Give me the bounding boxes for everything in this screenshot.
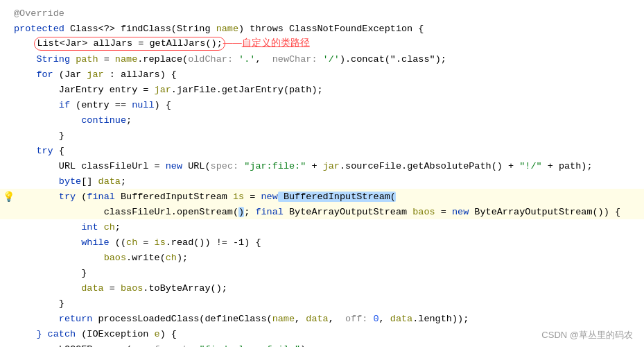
code-line: byte[] data; — [0, 174, 644, 189]
token: spec: — [211, 161, 239, 171]
code-line: List<Jar> allJars = getAllJars();——自定义的类… — [0, 36, 644, 51]
token: = — [137, 237, 154, 248]
line-content: String path = name.replace(oldChar: '.',… — [14, 54, 644, 65]
token: return — [59, 314, 93, 324]
line-content: baos.write(ch); — [14, 253, 644, 263]
line-content: } — [14, 268, 644, 278]
code-line: 💡 try (final BufferedInputStream is = ne… — [0, 189, 644, 204]
line-content: URL classFileUrl = new URL(spec: "jar:fi… — [14, 161, 644, 171]
token: ) { — [160, 329, 177, 339]
code-line: } — [0, 128, 644, 143]
token: , — [137, 344, 154, 348]
token: if — [59, 100, 70, 110]
token: final — [87, 192, 115, 202]
token: off: — [345, 314, 367, 324]
line-content: int ch; — [14, 222, 644, 232]
token: format: — [155, 344, 194, 348]
line-content: return processLoadedClass(defineClass(na… — [14, 314, 644, 324]
token: new — [261, 192, 278, 202]
code-editor: @Overrideprotected Class<?> findClass(St… — [0, 0, 644, 347]
token: jar — [87, 69, 103, 80]
token: ).concat(".class"); — [340, 54, 446, 65]
token: try — [36, 146, 53, 156]
token: , — [255, 54, 272, 65]
token: baos — [104, 253, 126, 263]
token: ch — [126, 237, 137, 248]
token — [98, 222, 104, 232]
line-content: try { — [14, 146, 644, 156]
token: URL classFileUrl = — [59, 161, 166, 171]
line-content: continue; — [14, 115, 644, 126]
token: (IOException — [76, 329, 154, 339]
token: [] — [81, 176, 98, 187]
line-content: while ((ch = is.read()) != -1) { — [14, 237, 644, 248]
code-line: String path = name.replace(oldChar: '.',… — [0, 51, 644, 67]
line-content: JarEntry entry = jar.jarFile.getJarEntry… — [14, 85, 644, 95]
token: ) { — [155, 100, 171, 110]
token: path — [76, 54, 98, 65]
token: is — [155, 237, 166, 248]
line-content: List<Jar> allJars = getAllJars();——自定义的类… — [14, 37, 644, 51]
token: for — [36, 69, 53, 80]
token: "find class fail." — [193, 344, 300, 348]
token: data — [81, 283, 103, 294]
token: classFileUrl.openStream( — [104, 207, 238, 217]
token: e — [155, 329, 160, 339]
token: new — [166, 161, 182, 171]
token: newChar: — [272, 54, 317, 65]
token: '/' — [317, 54, 340, 65]
code-line: int ch; — [0, 219, 644, 235]
code-line: classFileUrl.openStream(); final ByteArr… — [0, 204, 644, 219]
code-line: URL classFileUrl = new URL(spec: "jar:fi… — [0, 158, 644, 174]
code-line: JarEntry entry = jar.jarFile.getJarEntry… — [0, 82, 644, 97]
code-line: @Override — [0, 6, 644, 21]
token: name — [115, 54, 137, 65]
token: ch — [166, 253, 177, 263]
token: .write( — [126, 253, 166, 263]
token: 0 — [367, 314, 378, 324]
token: LOGGER — [59, 344, 93, 348]
token: oldChar: — [188, 54, 233, 65]
token: new — [452, 207, 469, 217]
token: try — [59, 192, 76, 202]
token: name — [216, 24, 238, 34]
token: byte — [59, 176, 81, 187]
token: BufferedInputStream — [115, 192, 233, 202]
code-line: while ((ch = is.read()) != -1) { — [0, 235, 644, 250]
token: = — [98, 54, 115, 65]
token: "jar:file:" — [238, 161, 306, 171]
token: .jarFile.getJarEntry(path); — [171, 85, 323, 95]
token: protected — [14, 24, 64, 34]
line-content: } — [14, 298, 644, 309]
token: is — [233, 192, 244, 202]
token: "!/" — [519, 161, 541, 171]
token: data — [98, 176, 121, 187]
token: ch — [104, 222, 115, 232]
token: ); — [177, 253, 188, 263]
token: (Jar — [53, 69, 87, 80]
line-content: classFileUrl.openStream(); final ByteArr… — [14, 207, 644, 217]
token: URL( — [182, 161, 211, 171]
line-content: protected Class<?> findClass(String name… — [14, 24, 644, 34]
token: } catch — [36, 329, 76, 339]
line-content: @Override — [14, 8, 644, 19]
token: JarEntry entry = — [59, 85, 155, 95]
token: (( — [110, 237, 126, 248]
token: .read()) != -1) { — [166, 237, 261, 248]
code-line: } — [0, 265, 644, 280]
token: BufferedInputStream( — [278, 192, 396, 202]
token: String — [36, 54, 76, 65]
token: .sourceFile.getAbsolutePath() + — [340, 161, 519, 171]
line-content: byte[] data; — [14, 176, 644, 187]
token: @Override — [14, 8, 64, 19]
cn-annotation: ——自定义的类路径 — [223, 37, 310, 48]
oval-highlight: List<Jar> allJars = getAllJars(); — [34, 37, 225, 51]
token: + path); — [542, 161, 593, 171]
token: ) — [238, 207, 244, 217]
token: = — [435, 207, 452, 217]
token: : allJars) { — [104, 69, 177, 80]
token: + — [306, 161, 322, 171]
watermark: CSDN @草丛里的码农 — [541, 329, 633, 341]
code-line: if (entry == null) { — [0, 97, 644, 112]
token: ; — [115, 222, 121, 232]
